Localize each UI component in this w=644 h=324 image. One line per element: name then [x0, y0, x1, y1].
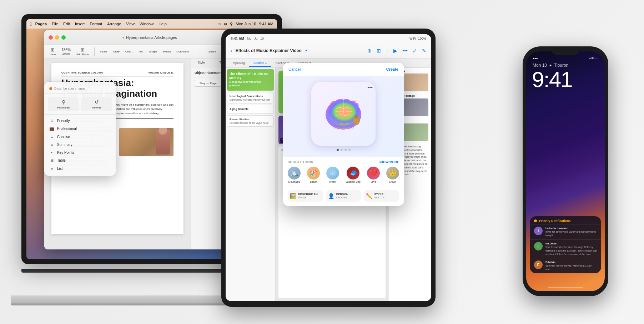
notification-1[interactable]: I Isabella Lamarre Invite for dinner wit…	[530, 224, 601, 239]
ipad-search-icon[interactable]: ⊕	[367, 48, 372, 54]
suggestion-baseball-cap[interactable]: 🧢 Baseball Cap	[346, 167, 361, 183]
toolbar-text[interactable]: Text	[136, 49, 145, 54]
close-button[interactable]	[49, 35, 53, 40]
iphone-signal-icon: ●●●	[533, 57, 538, 60]
chart-label: Chart	[125, 50, 132, 53]
toolbar-media[interactable]: Media	[161, 49, 172, 54]
svg-text:♩: ♩	[328, 110, 330, 114]
dot-4[interactable]	[348, 149, 351, 151]
ipad-grid-icon[interactable]: ⊞	[377, 48, 381, 54]
slide-opening[interactable]: The Effects of ♪ Music on Memory A cogni…	[227, 69, 274, 91]
notif-msg-1: Invite for dinner with Sandy and her boy…	[545, 230, 597, 237]
back-button[interactable]: ‹	[231, 49, 232, 53]
iphone-body: ●●● WiFi ▭ Mon 10 ✦ Tiburon	[523, 46, 608, 296]
iphone-statusbar-left: ●●●	[533, 57, 538, 60]
toolbar-shape[interactable]: Shape	[147, 49, 159, 54]
ipad-pen-icon[interactable]: ✎	[422, 48, 426, 54]
wt-menu-friendly[interactable]: ☺ Friendly	[44, 117, 116, 125]
menu-insert[interactable]: Insert	[75, 22, 85, 26]
suggestion-winter[interactable]: ❄️ Winter	[326, 167, 339, 183]
svg-text:♪: ♪	[357, 105, 358, 108]
panel-tab-style[interactable]: Style	[191, 59, 212, 68]
suggestion-crown[interactable]: 👑 Crown	[386, 167, 399, 183]
wt-menu-summary[interactable]: ≡ Summary	[44, 141, 116, 148]
iphone-notifications: Priority Notifications I Isabella Lamarr…	[530, 216, 601, 273]
toolbar-divider	[94, 47, 95, 56]
modal-create-button[interactable]: Create	[386, 67, 398, 71]
slide-section-4[interactable]: Aging Benefits	[227, 105, 274, 114]
menu-file[interactable]: File	[52, 22, 58, 26]
dot-2[interactable]	[341, 149, 343, 151]
ipad: 9:41 AM Mon Jun 10 WiFi 100% ‹ Effects o…	[221, 29, 471, 310]
fullscreen-button[interactable]	[61, 35, 66, 40]
menubar-search-icon[interactable]: ⚲	[230, 22, 233, 26]
modal-cancel-button[interactable]: Cancel	[288, 67, 301, 71]
svg-text:♫: ♫	[331, 117, 333, 120]
article-col-right	[119, 126, 173, 171]
rewrite-label: Rewrite	[92, 106, 101, 109]
wt-menu-table[interactable]: ⊞ Table	[44, 156, 116, 164]
ipad-play-icon[interactable]: ▶	[393, 48, 397, 54]
menu-window[interactable]: Window	[140, 22, 154, 26]
create-describe-option[interactable]: 🖼️ DESCRIBE AN IMAGE	[288, 190, 323, 202]
stay-on-page-btn[interactable]: Stay on Page	[194, 80, 222, 87]
toolbar-insert[interactable]: Insert	[98, 49, 109, 54]
writing-tools-main-buttons: ⚲ Proofread ↺ Rewrite	[44, 96, 116, 115]
baseball-cap-label: Baseball Cap	[346, 181, 361, 183]
suggestion-mountains[interactable]: 🏔️ Mountains	[288, 167, 301, 183]
minimize-button[interactable]	[55, 35, 59, 40]
menu-help[interactable]: Help	[159, 22, 167, 26]
menu-edit[interactable]: Edit	[63, 22, 70, 26]
rewrite-button[interactable]: ↺ Rewrite	[81, 97, 112, 111]
dot-3[interactable]	[344, 149, 347, 151]
toolbar-comment[interactable]: Comment	[175, 49, 191, 54]
slide-section-1[interactable]: Neurological Connections Significantly i…	[227, 92, 274, 103]
wt-menu-concise[interactable]: ≡ Concise	[44, 133, 116, 141]
modal-suggestions: SUGGESTIONS SHOW MORE 🏔️ Mountains 🏖️ Be…	[283, 157, 404, 187]
menu-arrange[interactable]: Arrange	[107, 22, 121, 26]
list-icon: ≡	[49, 166, 54, 171]
menu-view[interactable]: View	[126, 22, 135, 26]
ipad-screen: 9:41 AM Mon Jun 10 WiFi 100% ‹ Effects o…	[226, 34, 431, 301]
toolbar-zoom[interactable]: 136% Zoom	[60, 47, 72, 56]
proofread-button[interactable]: ⚲ Proofread	[48, 97, 79, 111]
friendly-icon: ☺	[49, 118, 54, 123]
toolbar-chart[interactable]: Chart	[124, 49, 134, 54]
wt-menu-keypoints[interactable]: • Key Points	[44, 148, 116, 156]
toolbar-view[interactable]: ⊞ View	[48, 46, 57, 57]
describe-placeholder[interactable]: Describe your change	[54, 87, 86, 90]
toolbar-table[interactable]: Table	[111, 49, 121, 54]
apple-menu[interactable]: 	[30, 21, 32, 27]
notification-2[interactable]: 🛒 Instacart Your Instacart order is on t…	[530, 239, 601, 258]
menubar-right: ▭ ⊛ ⚲ Mon Jun 10 9:41 AM	[217, 22, 273, 26]
section-opening[interactable]: Opening	[228, 60, 249, 66]
create-person-option[interactable]: 👤 PERSON CHOOSE...	[326, 190, 361, 202]
show-more-button[interactable]: SHOW MORE	[379, 160, 399, 164]
ipad-body: 9:41 AM Mon Jun 10 WiFi 100% ‹ Effects o…	[221, 29, 436, 307]
menu-pages[interactable]: Pages	[35, 22, 47, 26]
ipad-zoom-icon[interactable]: ⤢	[413, 48, 417, 54]
wt-menu-list[interactable]: ≡ List	[44, 164, 116, 172]
dot-1[interactable]	[337, 149, 339, 151]
toolbar-addpage[interactable]: ⊞ Add Page	[75, 46, 91, 57]
ipad-more-icon[interactable]: •••	[402, 48, 408, 54]
menu-format[interactable]: Format	[90, 22, 102, 26]
modal-more-button[interactable]: •••	[367, 85, 373, 90]
iphone: ●●● WiFi ▭ Mon 10 ✦ Tiburon	[523, 46, 623, 310]
slide-section-5[interactable]: Recent Studies Research focused on the v…	[227, 115, 274, 127]
ipad-share-icon[interactable]: ↑	[386, 48, 388, 54]
baseball-cap-icon: 🧢	[347, 167, 359, 179]
suggestion-beach[interactable]: 🏖️ Beach	[307, 167, 320, 183]
section-1[interactable]: Section 1	[249, 60, 271, 67]
notif-avatar-3: E	[534, 260, 543, 269]
toolbar-zoom-label: Zoom	[62, 52, 70, 55]
toolbar-view-label: View	[50, 53, 56, 56]
wt-menu-professional[interactable]: 💼 Professional	[44, 125, 116, 133]
writing-tools-describe: Describe your change	[44, 85, 116, 93]
ipad-battery: 100%	[418, 37, 426, 40]
style-option-icon: ✏️	[366, 193, 372, 199]
notification-3[interactable]: E Edwina Summer interns arrived. Meeting…	[530, 258, 601, 273]
suggestion-love[interactable]: ❤️ Love	[367, 167, 380, 183]
create-style-option[interactable]: ✏️ STYLE SKETCH	[364, 190, 399, 202]
toolbar-share[interactable]: Share	[207, 49, 218, 54]
